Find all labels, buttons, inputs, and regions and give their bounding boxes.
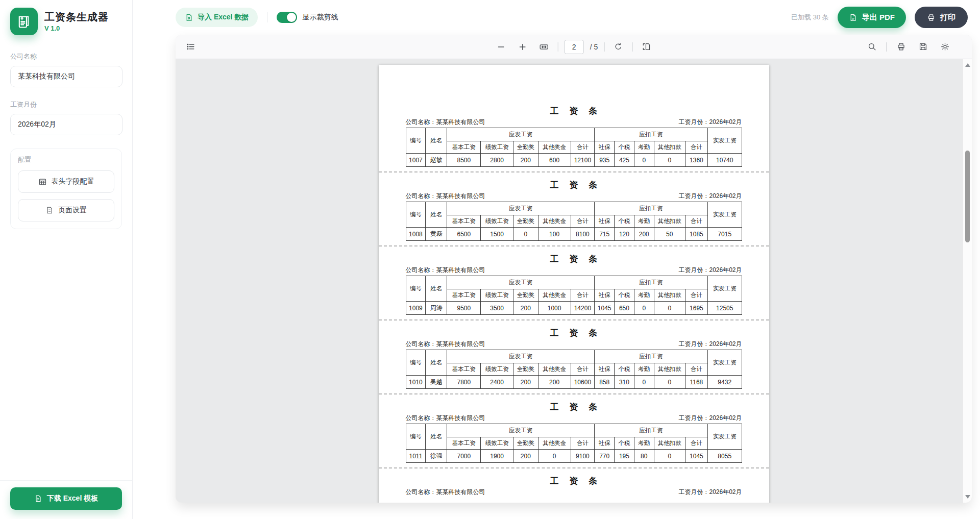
payslip: 工 资 条公司名称：某某科技有限公司工资月份：2026年02月编号姓名应发工资应… xyxy=(406,402,742,468)
print-button[interactable]: 打印 xyxy=(915,7,968,28)
header-cell-group: 应发工资 xyxy=(447,128,595,141)
data-cell: 赵敏 xyxy=(426,154,447,167)
download-excel-template-button[interactable]: 下载 Excel 模板 xyxy=(10,487,122,510)
data-cell: 310 xyxy=(615,376,634,389)
page-number-input[interactable] xyxy=(565,40,584,54)
pdf-toolbar-right xyxy=(864,39,965,55)
data-cell: 100 xyxy=(538,228,571,241)
excel-file-icon xyxy=(34,495,42,503)
company-name-input[interactable] xyxy=(10,66,122,87)
data-cell: 9432 xyxy=(707,376,742,389)
page-view-mode-button[interactable] xyxy=(639,39,654,55)
header-cell: 合计 xyxy=(685,437,707,450)
topbar-divider xyxy=(267,12,267,22)
data-cell: 10740 xyxy=(707,154,742,167)
data-cell: 8100 xyxy=(571,228,595,241)
pdf-scroll-area[interactable]: 工 资 条公司名称：某某科技有限公司工资月份：2026年02月编号姓名应发工资应… xyxy=(176,59,972,503)
data-cell: 650 xyxy=(615,302,634,315)
fit-width-icon xyxy=(539,42,549,52)
pdf-viewer: / 5 xyxy=(176,35,972,503)
header-cell-group: 应扣工资 xyxy=(595,424,708,437)
crop-line xyxy=(379,245,769,246)
salary-month-input[interactable] xyxy=(10,114,122,135)
header-cell-group: 应发工资 xyxy=(447,276,595,289)
app-title: 工资条生成器 xyxy=(44,11,109,23)
header-cell: 编号 xyxy=(406,202,426,228)
pdf-toolbar: / 5 xyxy=(176,35,972,59)
scroll-down-arrow[interactable] xyxy=(965,495,970,499)
data-cell: 1011 xyxy=(406,450,426,463)
outline-panel-toggle-button[interactable] xyxy=(183,39,198,55)
data-cell: 1168 xyxy=(685,376,707,389)
payslip-meta: 公司名称：某某科技有限公司工资月份：2026年02月 xyxy=(406,266,742,274)
header-cell: 实发工资 xyxy=(707,350,742,376)
data-cell: 80 xyxy=(634,450,654,463)
payslip-data-row: 1009周涛9500350020010001420010456500016951… xyxy=(406,302,742,315)
viewer-scrollbar[interactable] xyxy=(963,59,972,503)
rotate-page-button[interactable] xyxy=(610,39,626,55)
toolbar-separator xyxy=(558,42,558,52)
header-cell-group: 应扣工资 xyxy=(595,276,708,289)
header-cell: 编号 xyxy=(406,128,426,154)
payslip-meta: 公司名称：某某科技有限公司工资月份：2026年02月 xyxy=(406,414,742,422)
payslip-title: 工 资 条 xyxy=(406,402,742,413)
page-settings-button[interactable]: 页面设置 xyxy=(18,199,114,221)
page-total-text: / 5 xyxy=(590,43,598,51)
data-cell: 2400 xyxy=(481,376,513,389)
data-cell: 0 xyxy=(654,450,685,463)
header-cell: 基本工资 xyxy=(447,215,481,228)
export-pdf-button[interactable]: 导出 PDF xyxy=(838,7,906,28)
header-cell: 其他扣款 xyxy=(654,215,685,228)
header-fields-config-button[interactable]: 表头字段配置 xyxy=(18,170,114,193)
gear-icon xyxy=(940,42,950,52)
config-card: 配置 表头字段配置 页面设置 xyxy=(10,149,122,229)
header-row-fields: 基本工资绩效工资全勤奖其他奖金合计社保个税考勤其他扣款合计 xyxy=(406,289,742,302)
viewer-print-button[interactable] xyxy=(893,39,909,55)
pdf-file-icon xyxy=(849,13,857,22)
data-cell: 770 xyxy=(595,450,615,463)
outline-list-icon xyxy=(186,42,195,52)
data-cell: 吴越 xyxy=(426,376,447,389)
payslip-table: 编号姓名应发工资应扣工资实发工资基本工资绩效工资全勤奖其他奖金合计社保个税考勤其… xyxy=(406,202,742,241)
header-cell: 社保 xyxy=(595,289,615,302)
header-cell: 其他扣款 xyxy=(654,437,685,450)
show-cutline-toggle[interactable] xyxy=(277,12,297,23)
payslip-month-line: 工资月份：2026年02月 xyxy=(678,266,742,274)
header-cell: 绩效工资 xyxy=(481,289,513,302)
payslip: 工 资 条公司名称：某某科技有限公司工资月份：2026年02月编号姓名应发工资应… xyxy=(406,254,742,320)
header-cell: 全勤奖 xyxy=(513,289,538,302)
header-row-groups: 编号姓名应发工资应扣工资实发工资 xyxy=(406,424,742,437)
header-cell: 其他奖金 xyxy=(538,289,571,302)
header-cell: 考勤 xyxy=(634,437,654,450)
save-floppy-icon xyxy=(918,42,928,52)
payslip-meta: 公司名称：某某科技有限公司工资月份：2026年02月 xyxy=(406,118,742,126)
search-document-button[interactable] xyxy=(864,39,879,55)
payslip-month-line: 工资月份：2026年02月 xyxy=(678,192,742,200)
import-excel-button[interactable]: 导入 Excel 数据 xyxy=(176,8,258,27)
data-cell: 0 xyxy=(654,302,685,315)
header-cell-group: 应发工资 xyxy=(447,424,595,437)
data-cell: 0 xyxy=(654,376,685,389)
data-cell: 7000 xyxy=(447,450,481,463)
header-row-groups: 编号姓名应发工资应扣工资实发工资 xyxy=(406,128,742,141)
viewer-settings-button[interactable] xyxy=(937,39,952,55)
fit-width-button[interactable] xyxy=(536,39,552,55)
scroll-up-arrow[interactable] xyxy=(965,63,970,67)
save-document-button[interactable] xyxy=(915,39,930,55)
crop-line xyxy=(379,171,769,172)
header-cell: 基本工资 xyxy=(447,437,481,450)
data-cell: 9100 xyxy=(571,450,595,463)
header-cell: 绩效工资 xyxy=(481,437,513,450)
zoom-out-button[interactable] xyxy=(494,39,509,55)
zoom-in-button[interactable] xyxy=(515,39,530,55)
data-cell: 10600 xyxy=(571,376,595,389)
sidebar: 工资条生成器 V 1.0 公司名称 工资月份 配置 表头字段配置 xyxy=(0,0,133,519)
data-cell: 200 xyxy=(513,376,538,389)
print-label: 打印 xyxy=(940,13,955,22)
payslip-month-line: 工资月份：2026年02月 xyxy=(678,488,742,496)
data-cell: 1085 xyxy=(685,228,707,241)
header-cell-group: 应扣工资 xyxy=(595,350,708,363)
scrollbar-thumb[interactable] xyxy=(965,151,970,242)
search-icon xyxy=(867,42,877,52)
header-cell: 个税 xyxy=(615,437,634,450)
